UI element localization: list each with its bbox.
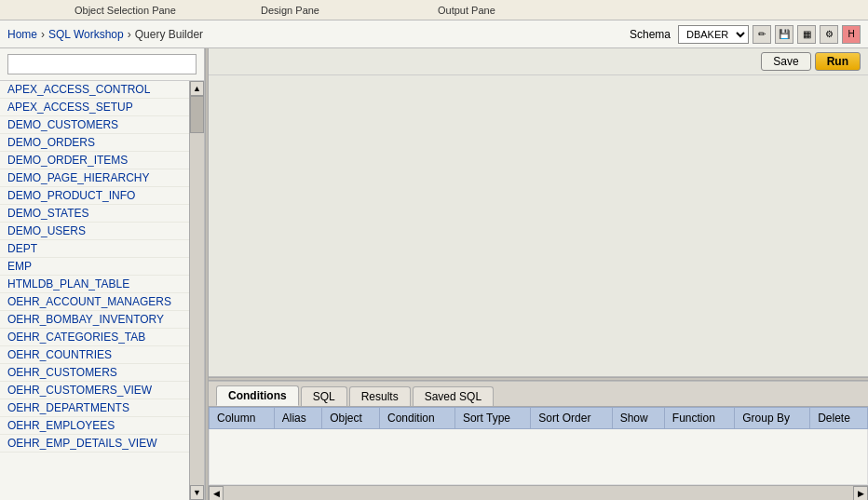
scrollbar-thumb[interactable]	[190, 96, 204, 133]
list-item[interactable]: OEHR_EMPLOYEES	[0, 417, 189, 435]
left-list-container: APEX_ACCESS_CONTROLAPEX_ACCESS_SETUPDEMO…	[0, 81, 204, 500]
h-scroll-right[interactable]: ▶	[853, 486, 868, 501]
list-item[interactable]: DEMO_PRODUCT_INFO	[0, 187, 189, 205]
breadcrumb-right: Schema DBAKER ✏ 💾 ▦ ⚙ H	[630, 25, 861, 44]
tab-saved_sql[interactable]: Saved SQL	[413, 386, 494, 406]
list-item[interactable]: OEHR_CATEGORIES_TAB	[0, 329, 189, 346]
main-layout: 🔍 APEX_ACCESS_CONTROLAPEX_ACCESS_SETUPDE…	[0, 48, 868, 500]
col-condition: Condition	[379, 408, 454, 429]
conditions-table: ColumnAliasObjectConditionSort TypeSort …	[209, 407, 868, 485]
schema-label: Schema	[630, 28, 671, 41]
search-wrap: 🔍	[7, 54, 197, 74]
tab-conditions[interactable]: Conditions	[216, 385, 299, 406]
list-item[interactable]: DEMO_CUSTOMERS	[0, 116, 189, 134]
list-item[interactable]: DEMO_ORDERS	[0, 134, 189, 152]
breadcrumb-sep-2: ›	[128, 28, 131, 41]
list-item[interactable]: DEMO_PAGE_HIERARCHY	[0, 169, 189, 187]
list-item[interactable]: OEHR_DEPARTMENTS	[0, 399, 189, 417]
save-button[interactable]: Save	[761, 52, 810, 71]
left-panel: 🔍 APEX_ACCESS_CONTROLAPEX_ACCESS_SETUPDE…	[0, 48, 205, 500]
search-box-wrap: 🔍	[0, 48, 204, 81]
col-group-by: Group By	[735, 408, 810, 429]
list-item[interactable]: DEMO_STATES	[0, 205, 189, 223]
breadcrumb: Home › SQL Workshop › Query Builder	[7, 28, 203, 41]
empty-row	[210, 429, 868, 485]
object-list: APEX_ACCESS_CONTROLAPEX_ACCESS_SETUPDEMO…	[0, 81, 189, 500]
horizontal-scroll: ◀ ▶	[209, 485, 868, 500]
tab-sql[interactable]: SQL	[301, 386, 347, 406]
list-item[interactable]: OEHR_BOMBAY_INVENTORY	[0, 311, 189, 329]
design-area: Save Run	[209, 48, 868, 377]
right-panel: Save Run ConditionsSQLResultsSaved SQL	[209, 48, 868, 500]
col-function: Function	[664, 408, 734, 429]
toolbar-icon-help[interactable]: H	[842, 25, 861, 44]
list-item[interactable]: HTMLDB_PLAN_TABLE	[0, 276, 189, 293]
list-item[interactable]: DEMO_ORDER_ITEMS	[0, 152, 189, 169]
col-sort-type: Sort Type	[454, 408, 530, 429]
col-show: Show	[612, 408, 664, 429]
toolbar-icon-edit[interactable]: ✏	[753, 25, 771, 44]
design-toolbar: Save Run	[209, 48, 868, 75]
col-alias: Alias	[274, 408, 321, 429]
scroll-down-button[interactable]: ▼	[190, 485, 204, 500]
breadcrumb-query-builder: Query Builder	[135, 28, 203, 41]
breadcrumb-home[interactable]: Home	[7, 28, 37, 41]
toolbar-icon-save[interactable]: 💾	[775, 25, 793, 44]
h-scroll-left[interactable]: ◀	[209, 486, 224, 501]
list-item[interactable]: DEPT	[0, 240, 189, 258]
toolbar-icon-grid[interactable]: ▦	[797, 25, 816, 44]
list-item[interactable]: DEMO_USERS	[0, 223, 189, 240]
tabs-bar: ConditionsSQLResultsSaved SQL	[209, 382, 868, 407]
h-scroll-track	[224, 486, 853, 500]
splitter-handle	[206, 261, 208, 289]
run-button[interactable]: Run	[815, 52, 861, 71]
col-sort-order: Sort Order	[531, 408, 612, 429]
col-object: Object	[322, 408, 380, 429]
list-item[interactable]: EMP	[0, 258, 189, 276]
output-pane-label: Output Pane	[438, 5, 495, 16]
tab-results[interactable]: Results	[349, 386, 411, 406]
scrollbar-track	[190, 96, 204, 485]
list-item[interactable]: OEHR_ACCOUNT_MANAGERS	[0, 293, 189, 311]
search-input[interactable]	[7, 54, 197, 74]
list-item[interactable]: OEHR_COUNTRIES	[0, 346, 189, 364]
list-item[interactable]: OEHR_CUSTOMERS	[0, 364, 189, 382]
schema-select[interactable]: DBAKER	[678, 25, 749, 44]
breadcrumb-sep-1: ›	[41, 28, 45, 41]
breadcrumb-sql-workshop[interactable]: SQL Workshop	[48, 28, 124, 41]
col-delete: Delete	[810, 408, 868, 429]
list-scrollbar: ▲ ▼	[189, 81, 204, 500]
toolbar-icon-settings[interactable]: ⚙	[820, 25, 838, 44]
bottom-section: ConditionsSQLResultsSaved SQL ColumnAlia…	[209, 381, 868, 500]
list-item[interactable]: APEX_ACCESS_SETUP	[0, 99, 189, 116]
col-column: Column	[210, 408, 275, 429]
conditions-table-wrap: ColumnAliasObjectConditionSort TypeSort …	[209, 407, 868, 485]
scroll-up-button[interactable]: ▲	[190, 81, 204, 96]
label-bar: Object Selection Pane Design Pane Output…	[0, 0, 868, 20]
list-item[interactable]: OEHR_CUSTOMERS_VIEW	[0, 382, 189, 399]
object-selection-pane-label: Object Selection Pane	[75, 5, 176, 16]
breadcrumb-bar: Home › SQL Workshop › Query Builder Sche…	[0, 20, 868, 48]
list-item[interactable]: APEX_ACCESS_CONTROL	[0, 81, 189, 99]
list-item[interactable]: OEHR_EMP_DETAILS_VIEW	[0, 435, 189, 453]
design-pane-label: Design Pane	[261, 5, 319, 16]
